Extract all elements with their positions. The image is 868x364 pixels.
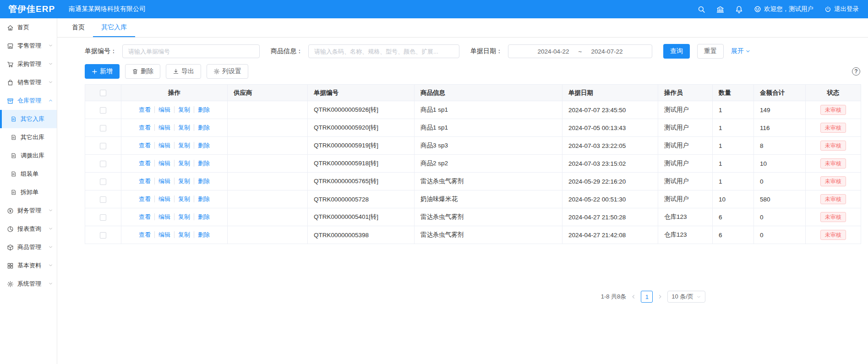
chevron-up-icon [48, 98, 53, 104]
row-checkbox[interactable] [100, 107, 106, 114]
sidebar-item-home[interactable]: 首页 [0, 18, 57, 37]
row-checkbox[interactable] [100, 179, 106, 185]
operator-cell: 测试用户 [658, 190, 713, 208]
table-row: 查看编辑复制删除 QTRK00000005728 奶油味爆米花 2024-05-… [85, 190, 861, 208]
delete-link[interactable]: 删除 [194, 160, 213, 167]
operator-cell: 测试用户 [658, 119, 713, 137]
sidebar-item-transfer-outbound[interactable]: 调拨出库 [0, 147, 57, 165]
reset-button[interactable]: 重置 [697, 44, 724, 59]
view-link[interactable]: 查看 [135, 160, 154, 167]
row-checkbox[interactable] [100, 196, 106, 203]
page-body: 首页 零售管理 采购管理 销售管理 仓库管理 [0, 18, 868, 364]
view-link[interactable]: 查看 [135, 178, 154, 185]
copy-link[interactable]: 复制 [174, 124, 194, 131]
edit-link[interactable]: 编辑 [154, 213, 174, 220]
sidebar-item-warehouse[interactable]: 仓库管理 [0, 92, 57, 110]
chevron-down-icon [696, 294, 701, 299]
view-link[interactable]: 查看 [135, 106, 154, 113]
copy-link[interactable]: 复制 [174, 106, 194, 113]
sidebar-item-sales[interactable]: 销售管理 [0, 73, 57, 92]
row-checkbox[interactable] [100, 161, 106, 167]
amount-cell: 0 [754, 173, 806, 190]
copy-link[interactable]: 复制 [174, 142, 194, 149]
expand-filters-link[interactable]: 展开 [731, 47, 751, 55]
chevron-left-icon [631, 294, 636, 299]
sidebar-item-system[interactable]: 系统管理 [0, 275, 57, 293]
sidebar-item-finance[interactable]: 财务管理 [0, 201, 57, 220]
product-cell: 雷达杀虫气雾剂 [415, 208, 562, 226]
delete-link[interactable]: 删除 [194, 231, 213, 238]
sidebar-item-purchase[interactable]: 采购管理 [0, 55, 57, 73]
tab-other-inbound[interactable]: 其它入库 [93, 18, 135, 37]
next-page-button[interactable] [657, 294, 663, 299]
edit-link[interactable]: 编辑 [154, 160, 174, 167]
col-header-actions: 操作 [121, 85, 228, 101]
sidebar-item-reports[interactable]: 报表查询 [0, 220, 57, 238]
sidebar-item-products[interactable]: 商品管理 [0, 238, 57, 256]
sidebar: 首页 零售管理 采购管理 销售管理 仓库管理 [0, 18, 57, 364]
view-link[interactable]: 查看 [135, 124, 154, 131]
copy-link[interactable]: 复制 [174, 213, 194, 220]
delete-link[interactable]: 删除 [194, 178, 213, 185]
copy-link[interactable]: 复制 [174, 160, 194, 167]
copy-link[interactable]: 复制 [174, 231, 194, 238]
row-checkbox[interactable] [100, 143, 106, 149]
delete-link[interactable]: 删除 [194, 196, 213, 202]
sidebar-item-assembly[interactable]: 组装单 [0, 165, 57, 183]
product-input[interactable] [308, 44, 459, 58]
date-start-value[interactable]: 2024-04-22 [537, 48, 569, 55]
column-settings-button[interactable]: 列设置 [207, 64, 248, 79]
export-button[interactable]: 导出 [166, 64, 201, 79]
view-link[interactable]: 查看 [135, 231, 154, 238]
date-end-value[interactable]: 2024-07-22 [591, 48, 622, 55]
view-link[interactable]: 查看 [135, 142, 154, 149]
bill-no-input[interactable] [122, 44, 260, 58]
edit-link[interactable]: 编辑 [154, 231, 174, 238]
page-number-button[interactable]: 1 [641, 291, 653, 303]
edit-link[interactable]: 编辑 [154, 178, 174, 185]
amount-cell: 8 [754, 137, 806, 155]
power-icon [824, 6, 831, 13]
table-body: 查看编辑复制删除 QTRK00000005926[转] 商品1 sp1 2024… [85, 101, 861, 244]
user-welcome[interactable]: 欢迎您，测试用户 [754, 5, 813, 13]
prev-page-button[interactable] [631, 294, 636, 299]
delete-link[interactable]: 删除 [194, 124, 213, 131]
edit-link[interactable]: 编辑 [154, 196, 174, 202]
row-checkbox[interactable] [100, 125, 106, 131]
search-icon[interactable] [698, 5, 705, 13]
help-icon[interactable]: ? [852, 67, 860, 76]
notification-bell-icon[interactable] [735, 5, 743, 13]
sidebar-item-retail[interactable]: 零售管理 [0, 37, 57, 55]
delete-button[interactable]: 删除 [125, 64, 160, 79]
query-button[interactable]: 查询 [663, 44, 690, 59]
date-range-picker[interactable]: 2024-04-22 ~ 2024-07-22 [508, 44, 652, 58]
page-size-select[interactable]: 10 条/页 [667, 291, 705, 303]
delete-link[interactable]: 删除 [194, 142, 213, 149]
edit-link[interactable]: 编辑 [154, 106, 174, 113]
bill-no-cell: QTRK00000005919[转] [308, 137, 415, 155]
edit-link[interactable]: 编辑 [154, 124, 174, 131]
sidebar-item-basic-data[interactable]: 基本资料 [0, 256, 57, 275]
select-all-checkbox[interactable] [100, 90, 106, 96]
date-cell: 2024-05-22 00:51:30 [562, 190, 658, 208]
status-cell: 未审核 [806, 226, 861, 244]
view-link[interactable]: 查看 [135, 213, 154, 220]
logout-button[interactable]: 退出登录 [824, 5, 859, 13]
organization-icon[interactable] [716, 5, 724, 13]
delete-link[interactable]: 删除 [194, 106, 213, 113]
row-checkbox[interactable] [100, 232, 106, 239]
edit-link[interactable]: 编辑 [154, 142, 174, 149]
tab-home[interactable]: 首页 [64, 18, 93, 37]
status-badge: 未审核 [820, 141, 846, 151]
row-checkbox[interactable] [100, 214, 106, 221]
add-button[interactable]: 新增 [85, 64, 120, 79]
copy-link[interactable]: 复制 [174, 196, 194, 202]
col-header-operator: 操作员 [658, 85, 713, 101]
copy-link[interactable]: 复制 [174, 178, 194, 185]
status-badge: 未审核 [820, 105, 846, 115]
delete-link[interactable]: 删除 [194, 213, 213, 220]
view-link[interactable]: 查看 [135, 196, 154, 202]
sidebar-item-disassembly[interactable]: 拆卸单 [0, 183, 57, 201]
sidebar-item-other-inbound[interactable]: 其它入库 [0, 110, 57, 128]
sidebar-item-other-outbound[interactable]: 其它出库 [0, 128, 57, 147]
